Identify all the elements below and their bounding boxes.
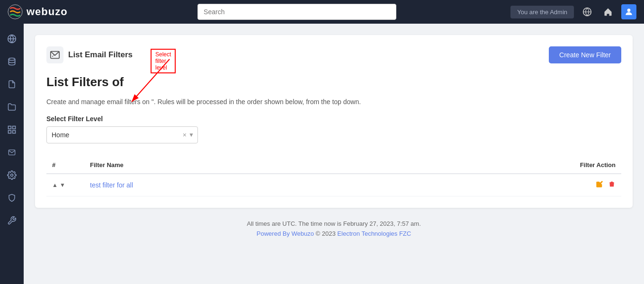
filter-table: # Filter Name Filter Action ▲ ▼ test fil… [46,157,621,196]
sidebar-item-file[interactable] [2,75,21,94]
sidebar-item-security[interactable] [2,188,21,207]
card-title-area: List Email Filters [46,46,133,63]
page-heading: List Filters of [46,75,124,89]
filter-level-select-wrapper: Home User Global × ▼ [46,126,198,143]
table-cell-actions [372,174,621,196]
email-icon [7,149,17,156]
table-cell-sort: ▲ ▼ [46,174,84,196]
home-icon-btn[interactable] [600,4,616,19]
sidebar-item-settings[interactable] [2,166,21,185]
sidebar-item-grid[interactable] [2,120,21,139]
col-filter-name: Filter Name [84,157,372,174]
table-header: # Filter Name Filter Action [46,157,621,174]
delete-icon [608,180,616,188]
svg-point-5 [9,58,15,61]
user-icon-btn[interactable] [621,4,636,19]
svg-point-10 [11,174,13,177]
svg-rect-6 [9,126,11,129]
main-content: List Email Filters Create New Filter Lis… [24,24,644,284]
powered-by-link[interactable]: Powered By Webuzo [257,230,314,237]
sort-buttons: ▲ ▼ [52,182,79,188]
sidebar-item-database[interactable] [2,52,21,71]
database-icon [7,57,17,66]
gear-icon [7,170,17,180]
col-filter-action: Filter Action [372,157,621,174]
company-link[interactable]: Electron Technologies FZC [337,230,411,237]
footer-utc-text: All times are UTC. The time now is Febru… [44,220,624,227]
annotation-arrow [155,59,193,102]
folder-icon [7,103,17,111]
navbar-right: You are the Admin [510,4,636,19]
user-icon [624,7,634,17]
edit-filter-button[interactable] [596,180,603,190]
svg-rect-7 [13,126,16,129]
search-input[interactable] [197,4,396,20]
footer-copyright: © 2023 [316,230,338,237]
heading-area: List Filters of Select filter level [46,75,124,93]
sidebar-item-tools[interactable] [2,211,21,230]
create-filter-button[interactable]: Create New Filter [549,46,621,63]
content-card: List Email Filters Create New Filter Lis… [35,35,633,208]
sort-down-button[interactable]: ▼ [60,182,65,188]
sidebar-item-globe[interactable] [2,29,21,48]
sidebar-item-email[interactable] [2,143,21,162]
wordpress-icon [582,7,592,17]
sort-up-button[interactable]: ▲ [52,182,58,188]
logo-text: webuzo [27,6,68,18]
search-area [83,4,510,20]
globe-icon [7,34,17,44]
admin-badge: You are the Admin [510,6,574,18]
sidebar-item-folder[interactable] [2,98,21,116]
wordpress-icon-btn[interactable] [580,4,595,19]
footer: All times are UTC. The time now is Febru… [35,212,633,246]
delete-filter-button[interactable] [608,180,616,190]
email-filter-svg-icon [50,50,60,60]
svg-rect-8 [9,131,11,133]
page-description: Create and manage email filters on ". Ru… [46,98,621,106]
svg-line-12 [53,55,54,57]
card-title: List Email Filters [68,50,133,60]
email-filter-icon [46,46,63,63]
svg-rect-9 [13,131,16,133]
webuzo-logo-icon [8,4,23,19]
grid-icon [7,125,17,134]
filter-name-link[interactable]: test filter for all [90,181,133,189]
table-cell-filter-name: test filter for all [84,174,372,196]
file-icon [8,80,16,89]
sidebar [0,24,24,284]
wrench-icon [7,216,17,225]
filter-level-select[interactable]: Home User Global [46,126,198,143]
navbar: webuzo You are the Admin [0,0,644,24]
annotation-callout: Select filter level [151,49,176,73]
footer-links: Powered By Webuzo © 2023 Electron Techno… [44,230,624,237]
card-header: List Email Filters Create New Filter [46,46,621,63]
table-row: ▲ ▼ test filter for all [46,174,621,196]
edit-icon [596,180,603,188]
col-hash: # [46,157,84,174]
logo-area: webuzo [8,4,83,19]
svg-point-2 [627,9,631,12]
home-icon [603,7,613,17]
action-icons [378,180,616,190]
shield-icon [8,193,16,203]
table-body: ▲ ▼ test filter for all [46,174,621,196]
select-clear-icon[interactable]: × [183,131,187,139]
filter-level-label: Select Filter Level [46,115,621,123]
